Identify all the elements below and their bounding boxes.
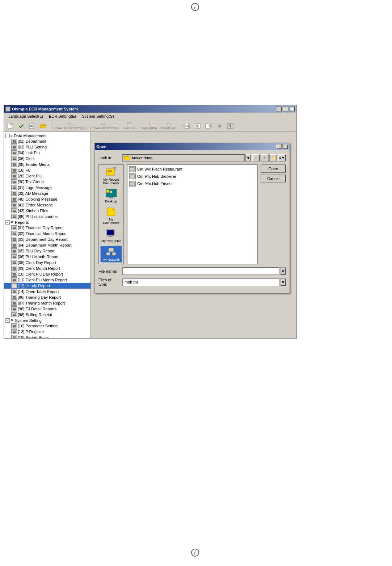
toolbar-open-btn[interactable]	[38, 121, 48, 131]
tree-item-clerk-plu-day[interactable]: ▤[10] Clerk Plu Day Report	[4, 271, 90, 277]
toolbar-help-btn[interactable]: ?	[225, 121, 235, 131]
tree-item-clerk-day[interactable]: ▤[08] Clerk Day Report	[4, 260, 90, 265]
tree-item-report-prints[interactable]: ▤[18] Report Prints	[4, 335, 90, 338]
svg-rect-21	[185, 123, 189, 125]
file-icon	[129, 166, 136, 172]
svg-rect-53	[130, 175, 134, 178]
nav-back-btn[interactable]: ←	[252, 154, 260, 162]
tree-item-training-day[interactable]: ▤[86] Training Day Report	[4, 294, 90, 300]
upload-btn[interactable]: Upload From ECR(F2)	[51, 121, 88, 131]
tree-item-order-msg[interactable]: ▤[41] Order Message	[4, 202, 90, 208]
place-recent[interactable]: My Recent Documents	[100, 166, 122, 186]
save-btn[interactable]: Save(F4)	[121, 121, 138, 131]
svg-rect-17	[167, 123, 170, 126]
cancel-btn[interactable]: Cancel(F5)	[139, 121, 159, 131]
item-label: [20] Clerk Plu	[18, 174, 42, 178]
tree-item-p-register[interactable]: ▤[13] P Register	[4, 329, 90, 335]
filename-input[interactable]	[122, 267, 279, 275]
tree-item-tax-group[interactable]: ▤[30] Tax Group	[4, 179, 90, 185]
toolbar-export-btn[interactable]	[203, 121, 214, 131]
place-computer[interactable]: My Computer	[100, 228, 122, 244]
place-desktop[interactable]: Desktop	[100, 188, 122, 204]
dialog-cancel-button[interactable]: Cancel	[261, 174, 286, 183]
item-icon: ▤	[11, 243, 17, 248]
file-item-1[interactable]: Cm 94x Hub Bäckerei	[128, 173, 257, 180]
tree-item-param[interactable]: ▤[10] Parameter Setting	[4, 323, 90, 329]
tree-item-clerk[interactable]: ▤[06] Clerk	[4, 156, 90, 162]
nav-view-btn[interactable]: ≡▼	[278, 154, 286, 162]
file-item-2[interactable]: Cm 94x Hub Friseur	[128, 180, 257, 187]
tree-item-plu-setting[interactable]: ▤[03] PLU Setting	[4, 144, 90, 150]
collapse-icon[interactable]: -	[5, 318, 10, 323]
close-button[interactable]: ✕	[289, 106, 295, 112]
minimize-button[interactable]: _	[276, 106, 282, 112]
delete-btn[interactable]: Delete(F6)	[159, 121, 178, 131]
item-label: [41] Order Message	[18, 203, 53, 207]
filename-dropdown[interactable]: ▼	[280, 267, 286, 275]
tree-item-dept-month[interactable]: ▤[04] Department Month Report	[4, 242, 90, 248]
item-icon: ▤	[11, 150, 17, 155]
tree-item-clerk-plu-month[interactable]: ▤[11] Clerk Plu Month Report	[4, 277, 90, 283]
open-button[interactable]: Open	[261, 164, 286, 173]
update-btn[interactable]: Update To ECR(F3)	[88, 121, 121, 131]
filetype-dropdown[interactable]: ▼	[280, 278, 286, 286]
tree-item-plu-stock[interactable]: ▤[65] PLU stock counter	[4, 214, 90, 219]
tree-section-data[interactable]: - » Data Management	[4, 133, 90, 138]
dialog-close-button[interactable]: ✕	[282, 144, 288, 149]
tree-item-plu-day[interactable]: ▤[05] PLU Day Report	[4, 248, 90, 254]
filetype-display[interactable]: .mdb file	[122, 278, 279, 286]
maximize-button[interactable]: □	[283, 106, 288, 112]
svg-rect-33	[108, 170, 112, 171]
place-network[interactable]: My Network	[100, 246, 122, 263]
toolbar-edit-btn[interactable]	[27, 121, 37, 131]
item-label: [10] Clerk Plu Day Report	[18, 272, 63, 276]
item-label: [16] FC	[18, 168, 31, 172]
tree-item-ad-msg[interactable]: ▤[32] AD Message	[4, 190, 90, 196]
tree-item-tender-media[interactable]: ▤[08] Tender Media	[4, 162, 90, 167]
lookin-field[interactable]: Anwendung	[122, 154, 245, 162]
nav-new-folder-btn[interactable]: 📁	[269, 154, 277, 162]
toolbar-check-btn[interactable]	[16, 121, 26, 131]
item-icon: ▤	[11, 156, 17, 161]
menu-language[interactable]: Language Select(L)	[5, 113, 46, 119]
item-icon: ▤	[11, 144, 17, 150]
svg-rect-38	[110, 191, 112, 193]
toolbar-preview-btn[interactable]	[193, 121, 203, 131]
svg-text:?: ?	[229, 124, 232, 128]
toolbar-settings-btn[interactable]	[214, 121, 224, 131]
tree-item-selling-receipt[interactable]: ▤[98] Selling Receipt	[4, 312, 90, 318]
tree-item-kitchen-files[interactable]: ▤[43] Kitchen Files	[4, 208, 90, 214]
svg-rect-56	[131, 181, 132, 182]
tree-item-logo-msg[interactable]: ▤[31] Logo Message	[4, 185, 90, 190]
toolbar-print-btn[interactable]	[182, 121, 192, 131]
tree-item-fin-month[interactable]: ▤[02] Financial Month Report	[4, 231, 90, 236]
menu-system[interactable]: System Setting(S)	[79, 113, 117, 119]
tree-item-clerk-month[interactable]: ▤[09] Clerk Month Report	[4, 265, 90, 271]
tree-item-cooking-msg[interactable]: ▤[40] Cooking Message	[4, 196, 90, 202]
menu-ecr[interactable]: ECR Setting(E)	[46, 113, 79, 119]
tree-section-system[interactable]: - ✕ System Setting	[4, 318, 90, 323]
dialog-help-button[interactable]: ?	[276, 144, 282, 149]
toolbar-new-btn[interactable]	[5, 121, 16, 131]
collapse-icon[interactable]: -	[5, 220, 10, 225]
tree-item-fc[interactable]: ▤[16] FC	[4, 167, 90, 173]
collapse-icon[interactable]: -	[5, 134, 10, 138]
nav-up-btn[interactable]: ↑	[261, 154, 269, 162]
tree-item-clerk-plu[interactable]: ▤[20] Clerk Plu	[4, 173, 90, 179]
tree-item-link-plu[interactable]: ▤[04] Link Plu	[4, 150, 90, 156]
tree-section-reports[interactable]: - ✕ Reports	[4, 219, 90, 225]
tree-item-open-table[interactable]: ▤[14] Open Table Report	[4, 289, 90, 294]
lookin-dropdown[interactable]: ▼	[245, 154, 251, 162]
item-icon: ▤	[11, 202, 17, 207]
tree-item-ej-detail[interactable]: ▤[96] EJ.Detail Reports	[4, 306, 90, 312]
tree-item-plu-month[interactable]: ▤[06] PLU Month Report	[4, 254, 90, 260]
tree-item-dept-day[interactable]: ▤[03] Department Day Report	[4, 236, 90, 242]
tree-item-hourly-report[interactable]: ▤[12] Hourly Report	[4, 283, 90, 289]
file-item-0[interactable]: Cm 94x Flach Restaurant	[128, 165, 257, 173]
tree-item-training-month[interactable]: ▤[87] Training Month Report	[4, 300, 90, 306]
tree-item-department[interactable]: ▤[01] Department	[4, 138, 90, 144]
app-icon	[5, 106, 10, 112]
item-icon: ▤	[11, 295, 17, 300]
tree-item-fin-day[interactable]: ▤[01] Financial Day Report	[4, 225, 90, 231]
place-documents[interactable]: My Documents	[100, 206, 122, 226]
